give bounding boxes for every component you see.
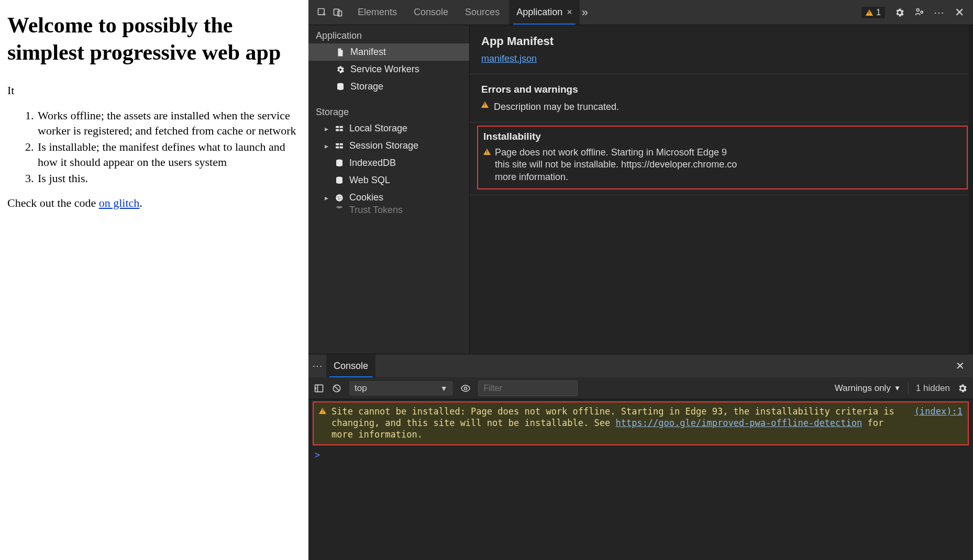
sidebar-item-session-storage[interactable]: ▸ Session Storage <box>308 137 469 154</box>
svg-point-3 <box>916 8 919 11</box>
manifest-link[interactable]: manifest.json <box>481 53 537 64</box>
warning-icon <box>866 9 873 16</box>
grid-icon <box>335 124 344 133</box>
sidebar-item-label: Cookies <box>349 192 383 203</box>
devtools-tabbar: Elements Console Sources Application × »… <box>308 0 973 25</box>
close-tab-icon[interactable]: × <box>567 7 572 18</box>
svg-rect-11 <box>340 143 343 145</box>
sidebar-item-label: Web SQL <box>349 175 390 186</box>
page-intro: It <box>7 83 301 98</box>
live-expression-icon[interactable] <box>460 383 471 394</box>
database-icon <box>335 206 344 214</box>
log-level-select[interactable]: Warnings only ▼ <box>835 383 901 394</box>
grid-icon <box>335 141 344 151</box>
warning-icon <box>319 408 326 414</box>
chevron-down-icon: ▼ <box>894 384 901 392</box>
tab-console[interactable]: Console <box>406 0 456 25</box>
svg-point-17 <box>338 196 339 197</box>
drawer-tab-console[interactable]: Console <box>326 354 375 377</box>
drawer-tabbar: ⋯ Console ✕ <box>308 354 973 377</box>
tab-elements[interactable]: Elements <box>350 0 404 25</box>
svg-point-21 <box>336 206 342 208</box>
svg-point-4 <box>921 11 923 13</box>
gear-icon <box>336 65 345 74</box>
page-outro: Check out the code on glitch. <box>7 195 301 211</box>
page-list: Works offline; the assets are installed … <box>37 108 301 186</box>
execution-context-select[interactable]: top ▼ <box>349 381 453 396</box>
page-list-item: Is just this. <box>37 171 301 186</box>
close-devtools-icon[interactable]: ✕ <box>954 7 965 18</box>
svg-point-20 <box>340 198 341 199</box>
sidebar-item-label: Storage <box>350 81 383 92</box>
disclosure-icon[interactable]: ▸ <box>323 194 329 202</box>
context-value: top <box>355 383 367 394</box>
sidebar-item-label: Trust Tokens <box>349 206 403 214</box>
drawer-more-icon[interactable]: ⋯ <box>313 361 323 371</box>
svg-rect-9 <box>340 129 343 131</box>
svg-point-26 <box>464 387 467 389</box>
tab-sources[interactable]: Sources <box>458 0 507 25</box>
svg-rect-7 <box>340 126 343 128</box>
devtools: Elements Console Sources Application × »… <box>308 0 973 560</box>
manifest-detail: App Manifest manifest.json Errors and wa… <box>470 25 973 354</box>
application-panel: Application ▸ Manifest ▸ Service Workers… <box>308 25 973 354</box>
svg-rect-10 <box>336 143 339 145</box>
sidebar-item-indexeddb[interactable]: ▸ IndexedDB <box>308 154 469 172</box>
console-sidebar-toggle-icon[interactable] <box>314 383 324 394</box>
settings-icon[interactable] <box>894 7 905 18</box>
svg-rect-13 <box>340 146 343 148</box>
glitch-link[interactable]: on glitch <box>99 196 140 209</box>
installability-heading: Installability <box>483 131 961 142</box>
warning-icon <box>481 102 489 108</box>
sidebar-item-label: IndexedDB <box>349 158 396 169</box>
svg-rect-1 <box>334 9 339 15</box>
svg-line-25 <box>335 386 339 390</box>
inspect-icon[interactable] <box>317 7 327 18</box>
console-filter-input[interactable] <box>478 380 578 396</box>
hidden-count[interactable]: 1 hidden <box>916 383 950 394</box>
tab-application[interactable]: Application × <box>509 0 580 25</box>
sidebar-item-label: Local Storage <box>349 123 407 134</box>
svg-rect-12 <box>336 146 339 148</box>
sidebar-item-label: Session Storage <box>349 140 418 151</box>
sidebar-item-trust-tokens[interactable]: ▸ Trust Tokens <box>308 206 469 214</box>
errors-heading: Errors and warnings <box>481 84 961 95</box>
sidebar-item-service-workers[interactable]: ▸ Service Workers <box>308 61 469 78</box>
console-message-text: Site cannot be installed: Page does not … <box>331 406 909 440</box>
sidebar-item-cookies[interactable]: ▸ Cookies <box>308 189 469 206</box>
device-toggle-icon[interactable] <box>333 7 343 18</box>
console-warning-row[interactable]: Site cannot be installed: Page does not … <box>313 401 969 445</box>
database-icon <box>336 82 345 92</box>
feedback-icon[interactable] <box>914 7 925 18</box>
sidebar-item-local-storage[interactable]: ▸ Local Storage <box>308 120 469 137</box>
sidebar-item-storage[interactable]: ▸ Storage <box>308 78 469 95</box>
issues-button[interactable]: 1 <box>861 7 885 18</box>
page-list-item: Works offline; the assets are installed … <box>37 108 301 138</box>
console-settings-icon[interactable] <box>957 383 968 394</box>
console-output: Site cannot be installed: Page does not … <box>308 399 973 560</box>
more-tabs-icon[interactable]: » <box>582 6 588 19</box>
kebab-icon[interactable]: ⋯ <box>934 7 945 18</box>
sidebar-item-label: Service Workers <box>350 64 419 75</box>
sidebar-item-manifest[interactable]: ▸ Manifest <box>308 43 469 61</box>
sidebar-item-label: Manifest <box>350 47 386 58</box>
console-source-link[interactable]: (index):1 <box>914 406 963 440</box>
disclosure-icon[interactable]: ▸ <box>323 142 329 150</box>
console-message-link[interactable]: https://goo.gle/improved-pwa-offline-det… <box>615 418 862 428</box>
chevron-down-icon: ▼ <box>440 384 448 393</box>
console-prompt[interactable]: > <box>308 445 973 464</box>
close-drawer-icon[interactable]: ✕ <box>952 360 969 372</box>
svg-rect-6 <box>336 126 339 128</box>
clear-console-icon[interactable] <box>331 383 342 394</box>
cookie-icon <box>335 193 344 203</box>
sidebar-section-application: Application <box>308 25 469 43</box>
page-title: Welcome to possibly the simplest progres… <box>7 12 301 66</box>
svg-point-18 <box>340 196 341 197</box>
installability-box: Installability Page does not work offlin… <box>477 126 968 189</box>
page-list-item: Is installable; the manifest defines wha… <box>37 139 301 170</box>
sidebar-item-websql[interactable]: ▸ Web SQL <box>308 172 469 189</box>
sidebar-section-storage: Storage <box>308 102 469 120</box>
svg-point-16 <box>336 194 343 201</box>
scrollbar[interactable] <box>969 25 973 354</box>
disclosure-icon[interactable]: ▸ <box>323 125 329 133</box>
